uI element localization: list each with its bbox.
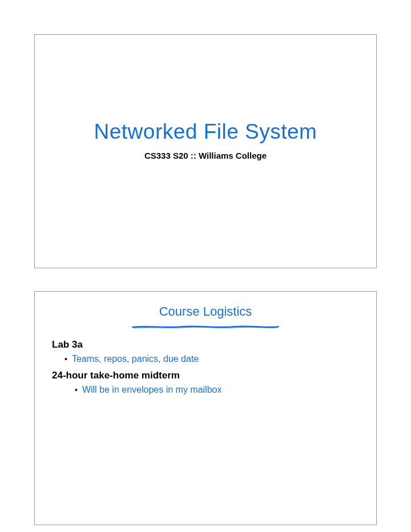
presentation-title: Networked File System (94, 120, 317, 144)
section-heading: 24-hour take-home midterm (52, 370, 359, 381)
bullet-item: • Will be in envelopes in my mailbox (75, 385, 359, 395)
section-heading: Lab 3a (52, 339, 359, 350)
slide-title-wrap: Course Logistics (52, 304, 359, 321)
title-slide-content: Networked File System CS333 S20 :: Willi… (35, 35, 376, 268)
bullet-text: Will be in envelopes in my mailbox (82, 385, 222, 395)
underline-decoration-icon (131, 325, 280, 329)
logistics-slide: Course Logistics Lab 3a • Teams, repos, … (34, 291, 377, 525)
page: Networked File System CS333 S20 :: Willi… (0, 0, 411, 532)
title-slide: Networked File System CS333 S20 :: Willi… (34, 34, 377, 268)
slide-title: Course Logistics (157, 304, 255, 321)
bullet-dot-icon: • (65, 355, 67, 363)
bullet-dot-icon: • (75, 386, 78, 394)
presentation-subtitle: CS333 S20 :: Williams College (144, 151, 267, 160)
bullet-item: • Teams, repos, panics, due date (65, 354, 359, 364)
bullet-text: Teams, repos, panics, due date (72, 354, 199, 364)
